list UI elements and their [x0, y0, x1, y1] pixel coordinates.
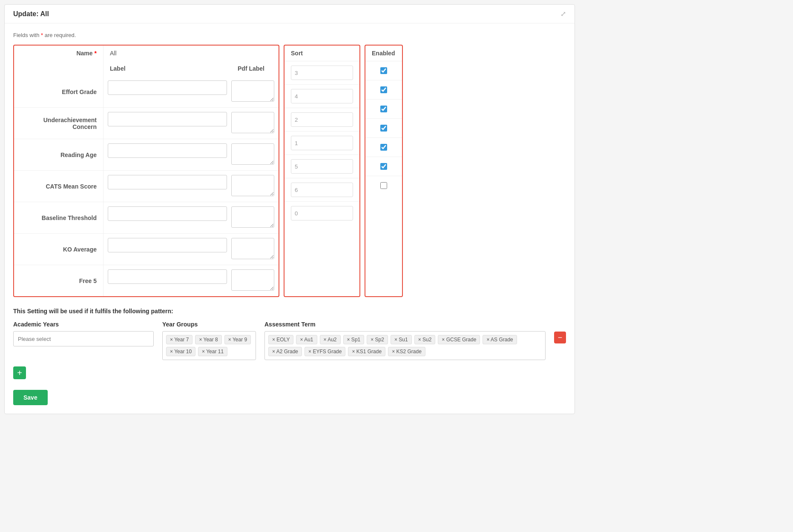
sort-input[interactable] [291, 66, 353, 80]
label-input[interactable] [108, 112, 227, 126]
sort-input[interactable] [291, 136, 353, 150]
name-label: Name [76, 50, 92, 57]
table-row: KO Average [14, 234, 279, 265]
required-star: * [41, 32, 43, 38]
sort-header: Sort [284, 46, 359, 61]
assessment-term-tag[interactable]: × Sp2 [367, 335, 388, 344]
academic-years-input[interactable] [13, 331, 154, 346]
name-value: All [110, 50, 117, 57]
sort-item [284, 202, 359, 225]
pdf-label-input[interactable] [231, 269, 274, 291]
year-group-tag[interactable]: × Year 8 [195, 335, 221, 344]
table-row: CATS Mean Score [14, 171, 279, 202]
table-row: Baseline Threshold [14, 202, 279, 234]
enabled-checkbox[interactable] [380, 125, 387, 132]
pdf-label-input[interactable] [231, 143, 274, 165]
sort-input[interactable] [291, 89, 353, 103]
remove-button[interactable]: − [554, 332, 566, 343]
sort-item [284, 155, 359, 178]
pdf-label-input[interactable] [231, 80, 274, 102]
sort-input[interactable] [291, 206, 353, 220]
assessment-term-tag[interactable]: × AS Grade [483, 335, 517, 344]
assessment-term-tag[interactable]: × EOLY [268, 335, 293, 344]
pattern-title: This Setting will be used if it fulfils … [13, 308, 566, 315]
table-row: Reading Age [14, 139, 279, 171]
enabled-checkbox[interactable] [380, 67, 387, 74]
year-groups-tags: × Year 7× Year 8× Year 9× Year 10× Year … [162, 331, 256, 360]
assessment-term-label: Assessment Term [264, 321, 546, 328]
year-groups-label: Year Groups [162, 321, 256, 328]
year-group-tag[interactable]: × Year 10 [166, 347, 195, 356]
col-header-label: Label [103, 61, 231, 76]
enabled-item [365, 157, 402, 176]
save-button[interactable]: Save [13, 390, 48, 405]
required-note: Fields with * are required. [13, 32, 566, 38]
field-name: KO Average [14, 234, 103, 265]
assessment-term-tag[interactable]: × KS1 Grade [348, 347, 385, 356]
label-input[interactable] [108, 269, 227, 284]
assessment-term-tag[interactable]: × Au1 [296, 335, 317, 344]
enabled-checkbox[interactable] [380, 163, 387, 170]
pdf-label-input[interactable] [231, 238, 274, 259]
assessment-term-tag[interactable]: × Sp1 [343, 335, 365, 344]
sort-item [284, 132, 359, 155]
enabled-item [365, 119, 402, 138]
sort-input[interactable] [291, 159, 353, 174]
enabled-item [365, 138, 402, 157]
enabled-item [365, 80, 402, 100]
enabled-item [365, 176, 402, 195]
enabled-header: Enabled [365, 46, 402, 61]
label-input[interactable] [108, 80, 227, 95]
pdf-label-input[interactable] [231, 206, 274, 228]
label-input[interactable] [108, 238, 227, 252]
sort-input[interactable] [291, 183, 353, 197]
sort-input[interactable] [291, 112, 353, 127]
assessment-term-tag[interactable]: × A2 Grade [268, 347, 302, 356]
enabled-checkbox[interactable] [380, 86, 387, 93]
academic-years-label: Academic Years [13, 321, 154, 328]
year-group-tag[interactable]: × Year 7 [166, 335, 193, 344]
table-row: Underachievement Concern [14, 108, 279, 139]
enabled-item [365, 100, 402, 119]
sort-item [284, 178, 359, 202]
assessment-term-tag[interactable]: × Su2 [414, 335, 436, 344]
assessment-term-tag[interactable]: × GCSE Grade [438, 335, 480, 344]
field-name: Reading Age [14, 139, 103, 170]
sort-item [284, 61, 359, 85]
sort-item [284, 108, 359, 132]
field-name: Free 5 [14, 265, 103, 296]
expand-icon[interactable]: ⤢ [560, 10, 566, 18]
label-input[interactable] [108, 175, 227, 189]
assessment-term-tag[interactable]: × EYFS Grade [305, 347, 345, 356]
name-required-star: * [95, 50, 97, 57]
assessment-term-tag[interactable]: × Au2 [320, 335, 341, 344]
pdf-label-input[interactable] [231, 175, 274, 196]
add-button[interactable]: + [13, 366, 26, 379]
table-row: Free 5 [14, 265, 279, 296]
col-header-pdf: Pdf Label [231, 61, 279, 76]
assessment-term-tags: × EOLY× Au1× Au2× Sp1× Sp2× Su1× Su2× GC… [264, 331, 546, 360]
table-row: Effort Grade [14, 76, 279, 108]
assessment-term-tag[interactable]: × Su1 [391, 335, 412, 344]
enabled-item [365, 61, 402, 80]
sort-item [284, 85, 359, 108]
field-name: Underachievement Concern [14, 108, 103, 139]
label-input[interactable] [108, 143, 227, 158]
year-group-tag[interactable]: × Year 9 [224, 335, 251, 344]
label-input[interactable] [108, 206, 227, 221]
modal-title: Update: All [13, 10, 49, 18]
field-name: CATS Mean Score [14, 171, 103, 202]
year-group-tag[interactable]: × Year 11 [198, 347, 227, 356]
pdf-label-input[interactable] [231, 112, 274, 133]
field-name: Effort Grade [14, 76, 103, 107]
enabled-checkbox[interactable] [380, 144, 387, 151]
enabled-checkbox[interactable] [380, 182, 387, 189]
field-name: Baseline Threshold [14, 202, 103, 233]
enabled-checkbox[interactable] [380, 106, 387, 112]
assessment-term-tag[interactable]: × KS2 Grade [388, 347, 425, 356]
